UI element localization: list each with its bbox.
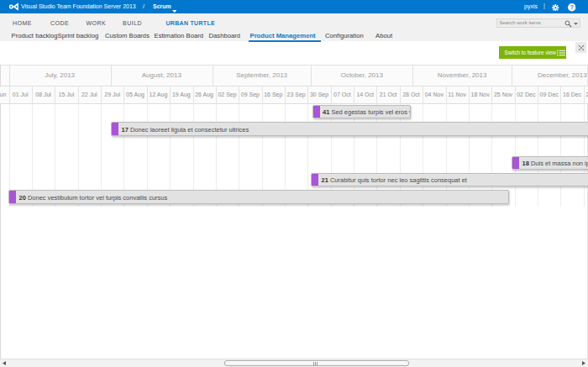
svg-text:?: ? [570, 4, 573, 10]
